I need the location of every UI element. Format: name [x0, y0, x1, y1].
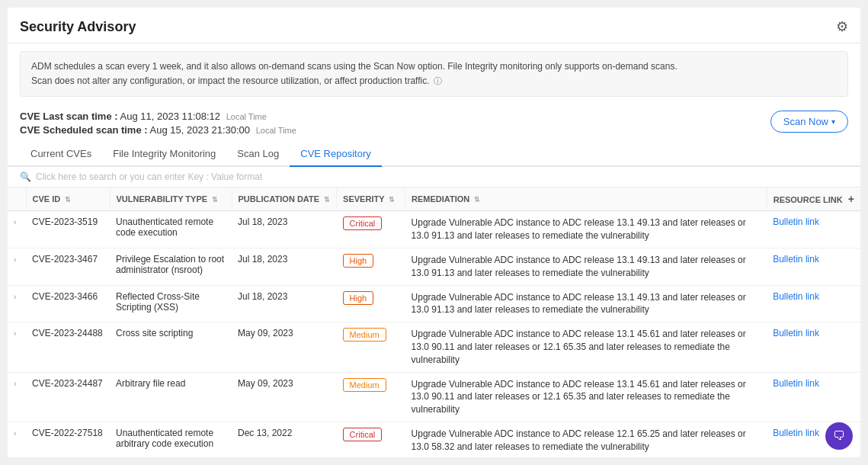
severity-badge: Critical — [343, 428, 383, 441]
th-pub-date[interactable]: PUBLICATION DATE ⇅ — [232, 188, 337, 211]
pub-date-cell: Jul 18, 2023 — [232, 248, 337, 285]
search-icon: 🔍 — [20, 172, 31, 182]
th-cve-id[interactable]: CVE ID ⇅ — [26, 188, 110, 211]
sort-icon-vulntype: ⇅ — [212, 196, 218, 204]
cve-id-cell: CVE-2023-24488 — [26, 322, 110, 372]
scan-times: CVE Last scan time : Aug 11, 2023 11:08:… — [20, 111, 296, 136]
cve-table: CVE ID ⇅ VULNERABILITY TYPE ⇅ PUBLICATIO… — [8, 188, 860, 457]
search-placeholder[interactable]: Click here to search or you can enter Ke… — [36, 172, 262, 182]
resource-link-cell: Bulletin link — [767, 248, 860, 285]
scan-info: CVE Last scan time : Aug 11, 2023 11:08:… — [8, 104, 860, 139]
cve-id-cell: CVE-2023-3467 — [26, 248, 110, 285]
pub-date-cell: Dec 13, 2022 — [232, 422, 337, 457]
cve-id-cell: CVE-2023-24487 — [26, 372, 110, 422]
scheduled-value: Aug 15, 2023 21:30:00 — [150, 124, 251, 136]
th-expand — [8, 188, 26, 211]
info-line2: Scan does not alter any configuration, o… — [31, 74, 837, 88]
vuln-type-cell: Cross site scripting — [110, 322, 232, 372]
cve-id-cell: CVE-2022-27518 — [26, 422, 110, 457]
severity-badge: Medium — [343, 378, 386, 392]
severity-cell: High — [337, 285, 405, 322]
tab-file-integrity[interactable]: File Integrity Monitoring — [102, 142, 226, 167]
scheduled-suffix: Local Time — [256, 126, 296, 135]
info-bar: ADM schedules a scan every 1 week, and i… — [20, 51, 848, 97]
severity-badge: Medium — [343, 328, 386, 342]
expand-icon[interactable]: › — [14, 218, 16, 226]
main-panel: Security Advisory ⚙ ADM schedules a scan… — [8, 8, 860, 457]
scheduled-label: CVE Scheduled scan time : — [20, 124, 148, 136]
th-remediation[interactable]: REMEDIATION ⇅ — [405, 188, 767, 211]
app-container: Security Advisory ⚙ ADM schedules a scan… — [0, 0, 868, 465]
expand-icon[interactable]: › — [14, 255, 16, 264]
tabs: Current CVEs File Integrity Monitoring S… — [8, 142, 860, 167]
resource-link-cell: Bulletin link — [767, 211, 860, 249]
table-row: › CVE-2023-3519 Unauthenticated remote c… — [8, 211, 860, 249]
last-scan-label: CVE Last scan time : — [20, 111, 118, 122]
vuln-type-cell: Unauthenticated remote code execution — [110, 211, 232, 249]
help-icon: 🗨 — [833, 429, 845, 443]
search-input-wrap[interactable]: 🔍 Click here to search or you can enter … — [20, 172, 848, 182]
expand-icon[interactable]: › — [14, 293, 16, 301]
sort-icon-severity: ⇅ — [389, 196, 395, 204]
info-icon: ⓘ — [434, 76, 442, 85]
sort-icon-cveid: ⇅ — [65, 196, 71, 204]
remediation-cell: Upgrade Vulnerable ADC instance to ADC r… — [405, 372, 767, 422]
cve-id-cell: CVE-2023-3519 — [26, 211, 110, 249]
page-title: Security Advisory — [20, 19, 136, 35]
bulletin-link[interactable]: Bulletin link — [773, 428, 819, 438]
header: Security Advisory ⚙ — [8, 8, 860, 43]
severity-cell: Critical — [337, 422, 405, 457]
info-line1: ADM schedules a scan every 1 week, and i… — [31, 59, 837, 74]
tab-scan-log[interactable]: Scan Log — [226, 142, 290, 167]
search-bar: 🔍 Click here to search or you can enter … — [8, 167, 860, 188]
pub-date-cell: May 09, 2023 — [232, 322, 337, 372]
severity-badge: High — [343, 254, 374, 268]
bulletin-link[interactable]: Bulletin link — [773, 378, 819, 389]
bulletin-link[interactable]: Bulletin link — [773, 328, 819, 338]
table-header-row: CVE ID ⇅ VULNERABILITY TYPE ⇅ PUBLICATIO… — [8, 188, 860, 211]
sort-icon-remediation: ⇅ — [474, 196, 480, 204]
table-row: › CVE-2023-24487 Arbitrary file read May… — [8, 372, 860, 422]
th-vuln-type[interactable]: VULNERABILITY TYPE ⇅ — [110, 188, 232, 211]
remediation-cell: Upgrade Vulnerable ADC instance to ADC r… — [405, 422, 767, 457]
remediation-cell: Upgrade Vulnerable ADC instance to ADC r… — [405, 248, 767, 285]
remediation-cell: Upgrade Vulnerable ADC instance to ADC r… — [405, 211, 767, 249]
th-resource-link[interactable]: RESOURCE LINK + — [767, 188, 860, 211]
gear-icon[interactable]: ⚙ — [836, 18, 848, 35]
vuln-type-cell: Arbitrary file read — [110, 372, 232, 422]
sort-icon-pubdate: ⇅ — [324, 196, 330, 204]
th-severity[interactable]: SEVERITY ⇅ — [337, 188, 405, 211]
scan-now-button[interactable]: Scan Now ▾ — [770, 111, 848, 133]
severity-badge: High — [343, 291, 374, 305]
help-button[interactable]: 🗨 — [825, 422, 853, 450]
bulletin-link[interactable]: Bulletin link — [773, 254, 819, 265]
table-row: › CVE-2023-3467 Privilege Escalation to … — [8, 248, 860, 285]
last-scan-value: Aug 11, 2023 11:08:12 — [120, 111, 221, 122]
add-icon[interactable]: + — [848, 193, 854, 205]
table-body: › CVE-2023-3519 Unauthenticated remote c… — [8, 211, 860, 457]
bulletin-link[interactable]: Bulletin link — [773, 291, 819, 302]
expand-icon[interactable]: › — [14, 329, 16, 338]
remediation-cell: Upgrade Vulnerable ADC instance to ADC r… — [405, 285, 767, 322]
scan-now-label: Scan Now — [783, 116, 828, 127]
severity-cell: Medium — [337, 372, 405, 422]
severity-cell: Medium — [337, 322, 405, 372]
tab-cve-repository[interactable]: CVE Repository — [290, 142, 381, 167]
expand-icon[interactable]: › — [14, 380, 16, 388]
scan-now-chevron: ▾ — [831, 117, 835, 126]
pub-date-cell: May 09, 2023 — [232, 372, 337, 422]
scheduled-scan-time: CVE Scheduled scan time : Aug 15, 2023 2… — [20, 124, 296, 136]
severity-cell: Critical — [337, 211, 405, 249]
last-scan-time: CVE Last scan time : Aug 11, 2023 11:08:… — [20, 111, 296, 122]
resource-link-cell: Bulletin link — [767, 322, 860, 372]
last-scan-suffix: Local Time — [226, 112, 267, 121]
vuln-type-cell: Reflected Cross-Site Scripting (XSS) — [110, 285, 232, 322]
table-row: › CVE-2022-27518 Unauthenticated remote … — [8, 422, 860, 457]
resource-link-cell: Bulletin link — [767, 372, 860, 422]
expand-icon[interactable]: › — [14, 429, 16, 438]
tab-current-cves[interactable]: Current CVEs — [20, 142, 102, 167]
table-row: › CVE-2023-24488 Cross site scripting Ma… — [8, 322, 860, 372]
pub-date-cell: Jul 18, 2023 — [232, 211, 337, 249]
resource-link-cell: Bulletin link — [767, 285, 860, 322]
bulletin-link[interactable]: Bulletin link — [773, 216, 819, 227]
